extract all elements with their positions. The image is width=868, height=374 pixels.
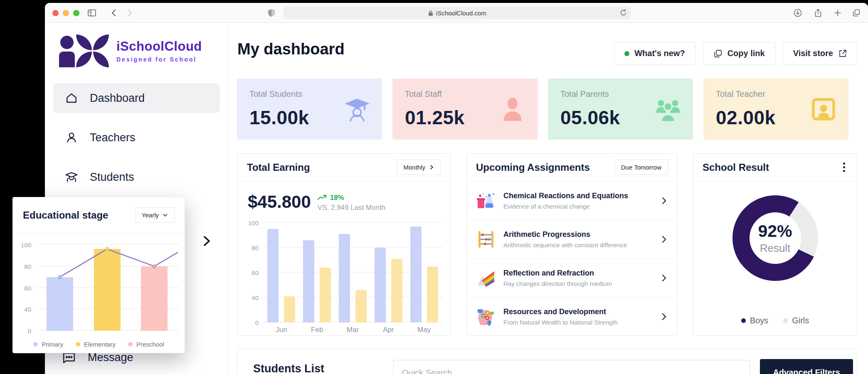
bar <box>284 296 295 322</box>
assignment-title: Arithmetic Progressions <box>503 230 627 239</box>
zoom-window-icon[interactable] <box>73 10 79 16</box>
stat-cards-row: Total Students 15.00k Total Staff 01.25k <box>237 79 848 140</box>
graduate-outline-icon <box>65 170 78 184</box>
privacy-shield-icon[interactable] <box>267 8 276 17</box>
advanced-filters-button[interactable]: Advanced Filters <box>760 359 853 374</box>
stat-card-total-teacher: Total Teacher 02.00k <box>703 79 848 140</box>
main-content: My dashboard What's new? Copy link Visit… <box>229 23 868 374</box>
bar <box>267 229 279 322</box>
earning-trend-note: VS. 2,949 Last Month <box>318 204 386 212</box>
sidebar-toggle-icon[interactable] <box>87 8 96 17</box>
result-donut-chart: 92% Result <box>732 195 818 281</box>
id-card-icon <box>810 96 837 123</box>
students-list-card: Students List Advanced Filters <box>237 349 857 374</box>
legend-boys: Boys <box>741 316 768 325</box>
bar <box>339 234 350 322</box>
sidebar-collapse-chevron-icon[interactable] <box>200 234 213 248</box>
close-window-icon[interactable] <box>52 10 59 16</box>
line-marker <box>153 264 156 268</box>
traffic-lights <box>52 10 79 16</box>
chevron-right-icon <box>660 274 668 282</box>
assignment-item-reflection-refraction[interactable]: Reflection and Refraction Ray changes di… <box>467 258 677 297</box>
assignment-item-chemical-reactions[interactable]: Chemical Reactions and Equations Evidenc… <box>467 181 677 220</box>
stat-card-total-staff: Total Staff 01.25k <box>392 79 538 140</box>
bar <box>410 226 422 322</box>
reload-icon[interactable] <box>619 9 627 17</box>
chevron-right-icon <box>660 197 668 205</box>
copy-link-button[interactable]: Copy link <box>703 42 775 65</box>
legend-label: Boys <box>750 316 768 325</box>
sidebar-nav: Dashboard Teachers Students <box>53 83 220 192</box>
whats-new-label: What's new? <box>634 49 685 58</box>
lock-icon <box>428 10 433 16</box>
bar-group-may <box>406 223 442 322</box>
quick-search-input[interactable] <box>393 360 750 374</box>
new-tab-icon[interactable] <box>833 8 842 17</box>
sidebar-item-label: Teachers <box>90 131 136 144</box>
x-axis-label: Jun <box>264 326 299 334</box>
tab-overview-icon[interactable] <box>852 8 861 17</box>
boys-dot-icon <box>741 318 746 323</box>
assignment-item-resources-development[interactable]: Resources and Development From Natural W… <box>467 297 677 336</box>
graduation-cap-icon <box>344 96 370 123</box>
assignments-title: Upcoming Assignments <box>476 162 590 173</box>
sidebar-item-students[interactable]: Students <box>53 162 220 192</box>
girls-dot-icon <box>783 318 788 323</box>
bar <box>375 248 386 322</box>
educational-stage-title: Educational stage <box>23 209 108 221</box>
people-group-icon <box>655 96 681 123</box>
downloads-icon[interactable] <box>793 8 802 17</box>
minimize-window-icon[interactable] <box>63 10 69 16</box>
sidebar-item-label: Students <box>90 171 134 184</box>
educational-stage-period-dropdown[interactable]: Yearly <box>135 207 175 223</box>
whats-new-button[interactable]: What's new? <box>614 42 695 65</box>
bar-group-feb <box>299 223 335 322</box>
ischoolcloud-logo-icon <box>59 34 109 67</box>
sidebar-item-dashboard[interactable]: Dashboard <box>53 83 220 113</box>
bar-group-jun <box>264 223 299 322</box>
back-icon[interactable] <box>110 8 119 17</box>
earning-amount: $45.800 <box>248 192 311 212</box>
browser-window: iSchoolCloud.com <box>45 3 868 374</box>
assignment-item-arithmetic-progressions[interactable]: Arithmetic Progressions Arithmetic seque… <box>467 220 677 258</box>
due-tomorrow-label: Due Tomorrow <box>621 164 661 171</box>
earning-bar-chart: 0406080100 JunFebMarAprMay <box>246 223 442 322</box>
line-marker <box>58 275 62 279</box>
stat-card-total-students: Total Students 15.00k <box>237 79 382 140</box>
kebab-menu-icon[interactable] <box>841 160 848 175</box>
bar-group-apr <box>370 223 406 322</box>
bar <box>391 259 402 322</box>
due-tomorrow-button[interactable]: Due Tomorrow <box>614 160 668 175</box>
address-bar[interactable]: iSchoolCloud.com <box>284 7 631 19</box>
green-dot-icon <box>624 51 629 56</box>
url-text: iSchoolCloud.com <box>436 10 486 17</box>
assignment-subtitle: Ray changes direction through medium <box>503 280 612 287</box>
earning-period-label: Monthly <box>403 164 425 171</box>
person-outline-icon <box>65 131 78 144</box>
school-result-title: School Result <box>703 162 769 173</box>
earning-trend: 18% <box>330 194 344 202</box>
visit-store-button[interactable]: Visit store <box>783 42 858 65</box>
home-icon <box>65 91 78 105</box>
prism-rainbow-icon <box>476 268 496 288</box>
earning-period-dropdown[interactable]: Monthly <box>397 160 441 175</box>
legend-elementary: Elementary <box>76 341 116 348</box>
legend-girls: Girls <box>783 316 809 325</box>
screenshot-canvas: iSchoolCloud.com <box>0 0 868 374</box>
assignment-subtitle: From Natural Wealth to National Strength <box>503 319 618 326</box>
x-axis-label: Mar <box>335 326 371 334</box>
forward-icon[interactable] <box>125 8 134 17</box>
person-icon <box>499 96 526 123</box>
x-axis-label: May <box>406 326 442 334</box>
earning-title: Total Earning <box>247 162 310 173</box>
share-icon[interactable] <box>814 8 823 17</box>
result-percent: 92% <box>758 221 792 241</box>
x-axis-label: Feb <box>299 326 335 334</box>
sidebar-item-teachers[interactable]: Teachers <box>53 123 220 153</box>
chevron-right-icon <box>660 235 668 244</box>
x-axis-label: Apr <box>370 326 406 334</box>
upcoming-assignments-card: Upcoming Assignments Due Tomorrow Chemic… <box>466 153 678 336</box>
copy-icon <box>713 49 723 58</box>
bar-group-mar <box>335 223 371 322</box>
bar <box>320 268 331 322</box>
